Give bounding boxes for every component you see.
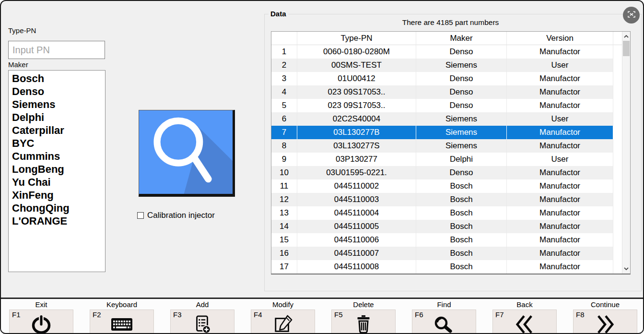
cell-version: User <box>507 112 613 126</box>
maker-option[interactable]: XinFeng <box>12 189 102 202</box>
table-row[interactable]: 4 023 09S17053.. Denso Manufactor <box>271 85 622 99</box>
cell-type-pn: 03U01595-0221. <box>297 166 416 179</box>
toolbar-button-label: Modify <box>243 300 323 309</box>
toolbar-button-modify[interactable]: F4 <box>251 310 315 334</box>
table-row[interactable]: 15 0445110006 Bosch Manufactor <box>271 233 622 247</box>
calibration-row: Calibration injector <box>137 211 215 220</box>
toolbar-button-continue[interactable]: F8 <box>573 310 637 334</box>
table-row[interactable]: 7 03L130277B Siemens Manufactor <box>271 126 622 139</box>
cell-num: 11 <box>271 179 297 193</box>
table-header: Type-PN Maker Version <box>271 32 622 45</box>
table-row[interactable]: 17 0445110008 Bosch Manufactor <box>271 260 622 274</box>
table-scrollbar[interactable] <box>622 32 630 274</box>
cell-num: 12 <box>271 193 297 206</box>
cell-maker: Bosch <box>416 247 507 260</box>
toolbar-button-delete[interactable]: F5 <box>331 310 396 334</box>
cell-version: Manufactor <box>507 206 613 220</box>
magnifier-icon <box>139 110 233 194</box>
toolbar-button-find[interactable]: F6 <box>412 310 476 334</box>
header-cell-filler <box>613 32 622 45</box>
table-row[interactable]: 16 0445110007 Bosch Manufactor <box>271 247 622 260</box>
toolbar-button-keyboard[interactable]: F2 <box>90 310 154 334</box>
toolbar-button-back[interactable]: F7 <box>492 310 557 334</box>
cell-version: User <box>507 59 613 72</box>
table-row[interactable]: 3 01U00412 Denso Manufactor <box>271 72 622 85</box>
maker-option[interactable]: Denso <box>12 85 102 98</box>
add-list-icon <box>171 310 234 334</box>
table-row[interactable]: 1 0060-0180-0280M Denso Manufactor <box>271 45 622 59</box>
header-cell-maker: Maker <box>416 32 507 45</box>
cell-maker: Siemens <box>416 59 507 72</box>
toolbar-button-exit[interactable]: F1 <box>9 310 73 334</box>
cell-type-pn: 0445110007 <box>297 247 416 260</box>
toolbar-cell: Find F6 <box>404 299 484 334</box>
table-row[interactable]: 12 0445110003 Bosch Manufactor <box>271 193 622 206</box>
cell-version: Manufactor <box>507 72 613 85</box>
maker-option[interactable]: ChongQing <box>12 202 102 215</box>
table-row[interactable]: 11 0445110002 Bosch Manufactor <box>271 179 622 193</box>
calibration-checkbox[interactable] <box>137 212 144 219</box>
toolbar-cell: Continue F8 <box>565 299 644 334</box>
cell-version: Manufactor <box>507 166 613 179</box>
type-pn-label: Type-PN <box>8 26 36 35</box>
keyboard-icon <box>90 310 153 334</box>
toolbar-button-label: Back <box>484 300 565 309</box>
header-cell-num <box>271 32 297 45</box>
maker-option[interactable]: Caterpillar <box>12 124 102 137</box>
cell-maker: Denso <box>416 72 507 85</box>
table-row[interactable]: 5 023 09S17053.. Denso Manufactor <box>271 99 622 112</box>
maker-option[interactable]: L'ORANGE <box>12 215 102 227</box>
maker-option[interactable]: Cummins <box>12 150 102 163</box>
part-count-text: There are 4185 part numbers <box>271 18 630 27</box>
cell-version: Manufactor <box>507 179 613 193</box>
cell-num: 1 <box>271 45 297 59</box>
cell-num: 2 <box>271 59 297 72</box>
table-row[interactable]: 8 03L130277S Siemens Manufactor <box>271 139 622 153</box>
maker-option[interactable]: LongBeng <box>12 163 102 176</box>
cell-type-pn: 01U00412 <box>297 72 416 85</box>
maker-option[interactable]: Siemens <box>12 98 102 111</box>
maker-option[interactable]: Bosch <box>12 72 102 85</box>
data-legend: Data <box>269 10 288 18</box>
maker-option[interactable]: BYC <box>12 137 102 150</box>
cell-num: 17 <box>271 260 297 274</box>
table-body: 1 0060-0180-0280M Denso Manufactor 2 00S… <box>271 45 622 274</box>
toolbar-cell: Delete F5 <box>323 299 404 334</box>
table-row[interactable]: 6 02C2S40004 Siemens User <box>271 112 622 126</box>
cell-type-pn: 02C2S40004 <box>297 112 416 126</box>
toolbar-cell: Add F3 <box>162 299 243 334</box>
maker-list[interactable]: BoschDensoSiemensDelphiCaterpillarBYCCum… <box>8 70 105 272</box>
cell-version: User <box>507 153 613 166</box>
cell-maker: Bosch <box>416 233 507 247</box>
table-row[interactable]: 13 0445110004 Bosch Manufactor <box>271 206 622 220</box>
data-table: Type-PN Maker Version 1 0060-0180-0280M … <box>271 31 631 274</box>
table-row[interactable]: 9 03P130277 Delphi User <box>271 153 622 166</box>
fullscreen-button[interactable] <box>623 7 640 24</box>
cell-num: 7 <box>271 126 297 139</box>
trash-icon <box>332 310 395 334</box>
table-row[interactable]: 10 03U01595-0221. Denso Manufactor <box>271 166 622 179</box>
app-window: Type-PN Maker BoschDensoSiemensDelphiCat… <box>0 0 644 334</box>
cell-version: Manufactor <box>507 99 613 112</box>
cell-version: Manufactor <box>507 139 613 153</box>
maker-option[interactable]: Delphi <box>12 111 102 124</box>
chevron-down-icon[interactable] <box>622 265 630 272</box>
maker-option[interactable]: Yu Chai <box>12 176 102 189</box>
cell-version: Manufactor <box>507 126 613 139</box>
toolbar-button-add[interactable]: F3 <box>170 310 234 334</box>
cell-num: 13 <box>271 206 297 220</box>
cell-num: 5 <box>271 99 297 112</box>
cell-type-pn: 03P130277 <box>297 153 416 166</box>
chevron-up-icon[interactable] <box>622 33 630 40</box>
cell-num: 6 <box>271 112 297 126</box>
cell-maker: Denso <box>416 166 507 179</box>
cell-type-pn: 023 09S17053.. <box>297 85 416 99</box>
scroll-thumb[interactable] <box>623 41 630 56</box>
table-row[interactable]: 14 0445110005 Bosch Manufactor <box>271 220 622 233</box>
cell-type-pn: 0445110006 <box>297 233 416 247</box>
search-button[interactable] <box>139 110 235 197</box>
table-row[interactable]: 2 00SMS-TEST Siemens User <box>271 59 622 72</box>
pn-input[interactable] <box>8 41 105 59</box>
toolbar: Exit F1 Keyboard F2 Add F3 <box>1 299 643 334</box>
cell-maker: Delphi <box>416 153 507 166</box>
